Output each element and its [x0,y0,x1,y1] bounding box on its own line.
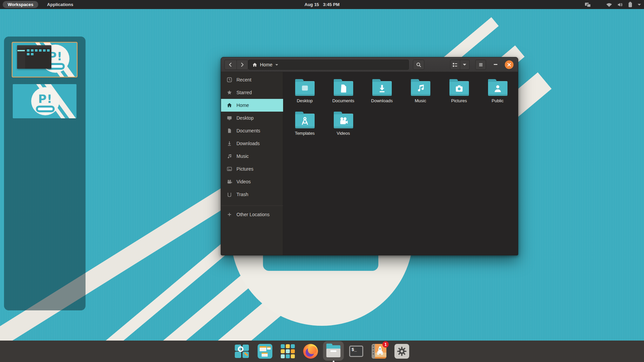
battery-icon[interactable] [628,2,632,7]
file-label: Templates [295,131,315,136]
sidebar-item-recent[interactable]: Recent [221,73,283,86]
document-icon [227,128,232,133]
sidebar-item-downloads[interactable]: Downloads [221,137,283,150]
volume-icon[interactable] [617,2,623,7]
file-label: Documents [332,98,355,103]
file-label: Downloads [371,98,392,103]
file-view[interactable]: Desktop Documents Downloads Music Pictur… [283,72,518,255]
sidebar-item-music[interactable]: Music [221,150,283,163]
notification-badge: 1 [382,341,389,348]
sidebar-item-starred[interactable]: Starred [221,86,283,99]
sidebar-item-videos[interactable]: Videos [221,175,283,188]
path-bar[interactable]: Home [248,60,409,70]
home-icon [252,62,257,67]
terminal-icon: $_ [349,346,363,357]
folder-music-emblem [416,83,426,94]
folder-downloads-emblem [377,83,387,94]
path-location-button[interactable]: Home [249,60,282,69]
thumb-logo: P! [31,87,59,115]
workspace-thumbnail-1[interactable]: P! [12,42,77,77]
window-header-bar[interactable]: Home [221,57,518,72]
close-icon [507,63,511,67]
plus-icon [227,212,232,217]
file-item-downloads[interactable]: Downloads [363,76,401,109]
view-options [450,60,470,70]
workspace-thumbnail-2[interactable]: P! [13,84,76,118]
sidebar-item-label: Downloads [236,141,260,146]
sidebar-item-label: Music [236,154,249,159]
sidebar-item-label: Other Locations [236,212,270,217]
sidebar-item-label: Recent [236,77,251,82]
menu-chevron-icon[interactable] [637,3,641,6]
display-layout-icon[interactable] [585,2,591,7]
thumb-logo-bar [38,108,53,110]
close-button[interactable] [505,60,514,69]
sidebar-item-pictures[interactable]: Pictures [221,163,283,175]
folder-pictures-emblem [454,83,464,94]
dock-item-pop-launcher[interactable] [234,344,250,359]
back-button[interactable] [225,60,236,69]
minimize-button[interactable] [491,60,500,70]
system-tray[interactable] [585,0,641,9]
dock-item-terminal[interactable]: $_ [348,344,364,359]
trash-icon [227,192,232,197]
folder-templates-emblem [300,116,310,126]
forward-button[interactable] [236,60,248,69]
thumb-window-preview [17,45,51,69]
view-mode-button[interactable] [450,60,460,69]
sidebar-item-label: Home [236,103,249,108]
workspaces-overview-icon [258,344,272,359]
sidebar-item-label: Trash [236,192,248,197]
sidebar-item-label: Starred [236,90,252,95]
picture-icon [227,166,232,172]
folder-desktop-emblem [300,83,310,94]
sidebar-item-documents[interactable]: Documents [221,124,283,137]
dock-item-files[interactable] [326,344,341,359]
path-location-label: Home [260,62,272,67]
clock[interactable]: Aug 153:45 PM [0,2,644,7]
search-button[interactable] [413,60,424,70]
file-item-videos[interactable]: Videos [324,109,363,141]
pop-launcher-icon [235,344,250,359]
download-icon [227,141,232,146]
sidebar-item-home[interactable]: Home [221,99,283,112]
icon-grid: Desktop Documents Downloads Music Pictur… [285,76,518,141]
sidebar-item-desktop[interactable]: Desktop [221,112,283,124]
folder-documents-emblem [338,83,348,94]
folder-videos-emblem [338,116,348,126]
dock-item-settings[interactable] [394,344,410,359]
dock-item-pop-shop[interactable]: 1 [371,344,387,359]
sidebar-item-label: Videos [236,179,251,184]
settings-icon [394,344,409,359]
folder-public-emblem [493,83,503,94]
view-dropdown-button[interactable] [460,60,469,69]
dock-item-workspaces[interactable] [257,344,273,359]
wifi-icon[interactable] [606,2,612,7]
desktop-icon [227,115,232,121]
music-icon [227,154,232,159]
sidebar-item-other-locations[interactable]: Other Locations [221,208,283,221]
home-icon [227,103,232,108]
search-icon [416,62,422,68]
sidebar-separator [221,205,283,206]
dock-item-firefox[interactable] [303,344,318,359]
sidebar-item-label: Pictures [236,166,254,172]
file-item-documents[interactable]: Documents [324,76,363,109]
video-icon [227,179,232,184]
menu-button[interactable] [475,60,486,70]
file-item-desktop[interactable]: Desktop [285,76,324,109]
dock: $_ 1 [0,341,644,362]
file-label: Pictures [451,98,467,103]
file-item-templates[interactable]: Templates [285,109,324,141]
file-label: Videos [337,131,350,136]
workspace-switcher-panel: P! P! [4,37,86,310]
file-item-pictures[interactable]: Pictures [440,76,478,109]
file-item-music[interactable]: Music [401,76,440,109]
sidebar-item-trash[interactable]: Trash [221,188,283,201]
rocket-icon [377,346,383,357]
applications-grid-icon [280,344,295,359]
dock-item-applications[interactable] [280,344,296,359]
sidebar-item-label: Documents [236,128,260,133]
file-item-public[interactable]: Public [478,76,517,109]
top-panel: Workspaces Applications Aug 153:45 PM [0,0,644,9]
